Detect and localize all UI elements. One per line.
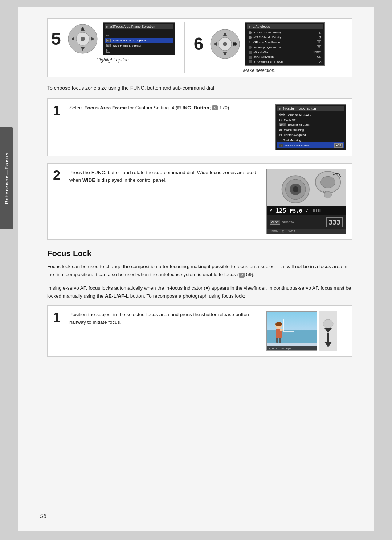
focus-lock-section: Focus Lock Focus lock can be used to cha… (47, 249, 352, 357)
bracketing-burst: BKT Bracketing Burst (277, 122, 344, 127)
viewfinder-container: •⊡ 125 s5.6° — 100▷251 (266, 311, 346, 351)
mode-indicator: P (270, 208, 272, 213)
step1-menu-title: ▶ f4Assign FUNC Button (277, 106, 344, 111)
group-dynamic: a4Group Dynamic AF ⊡ (247, 45, 323, 50)
figure-6-dpad (209, 28, 241, 60)
step-1-text: Select Focus Area Frame for Custom Setti… (69, 104, 270, 112)
lock-on: a5Lock-On NORM (247, 50, 323, 55)
figure-5-number: 5 (51, 30, 61, 48)
viewfinder-left: •⊡ 125 s5.6° — 100▷251 (266, 311, 317, 351)
vf-status-text: •⊡ 125 s5.6° — 100▷251 (269, 347, 294, 350)
center-weighted: ⊡ Center-Weighted (277, 132, 344, 137)
flash-off: ⊙ Flash Off (277, 117, 344, 122)
sidebar-label: Reference—Focus (4, 152, 9, 204)
spot-metering: □ Spot Metering (277, 137, 344, 142)
meter-bars: ▐▐▐▐▐ (312, 209, 320, 212)
norm-label: NORM (270, 230, 278, 233)
figure-6-menu: ▶ a Autofocus a1AF-C Mode Priority ◎ a2A… (245, 22, 325, 66)
menu-title-6: ▶ a Autofocus (247, 24, 323, 29)
menu-item-pencil: ✏ (105, 33, 173, 38)
step-1-menu: ▶ f4Assign FUNC Button ⚙⚙ Same as AE-L/A… (275, 104, 346, 150)
focus-lock-paragraph2: In single-servo AF, focus locks automati… (47, 284, 352, 301)
svg-point-32 (323, 319, 333, 328)
page-content: 5 (18, 7, 374, 531)
viewfinder-images: •⊡ 125 s5.6° — 100▷251 (266, 311, 346, 351)
aperture: F5.6 (290, 208, 302, 214)
shutter-speed: 125 (276, 207, 286, 214)
menu-item-wide-frame: ⊡ Wide Frame (7 Areas) (105, 43, 173, 48)
matrix-metering: ⊠ Matrix Metering (277, 127, 344, 132)
figure-5: 5 (51, 22, 175, 73)
focus-lock-title: Focus Lock (47, 249, 352, 258)
camera-mode-bar: NORM ⊡ WB A (267, 229, 346, 234)
step-1-content: Select Focus Area Frame for Custom Setti… (69, 104, 270, 150)
viewfinder-status-bar: •⊡ 125 s5.6° — 100▷251 (267, 346, 317, 350)
step-1-number: 1 (53, 104, 64, 150)
top-figures-container: 5 (47, 18, 352, 77)
step-1-box: 1 Select Focus Area Frame for Custom Set… (47, 98, 352, 156)
camera-top: Off On (267, 169, 346, 206)
svg-rect-30 (279, 338, 281, 343)
af-activation: a6AF Activation ON (247, 55, 323, 59)
menu-item-normal-frame: ⊡ Normal Frame (11 A ▶ OK (105, 38, 173, 43)
focus-lock-step1-number: 1 (53, 311, 64, 351)
svg-point-28 (280, 329, 283, 331)
af-c-priority: a1AF-C Mode Priority ◎ (247, 30, 323, 35)
note-symbol: ♪ (306, 208, 308, 213)
step-2-number: 2 (53, 169, 64, 234)
camera-display: Off On P 125 F5.6 ♪ ▐▐▐▐▐ WIDE SHOOT (266, 169, 346, 234)
camera-status-bar: P 125 F5.6 ♪ ▐▐▐▐▐ (267, 206, 346, 215)
focus-area-frame-active: ⊡ Focus Area Frame ▶OK (277, 142, 344, 148)
ref-icon-59: ⚙ (239, 273, 245, 278)
figure-6-number: 6 (194, 35, 204, 53)
step-2-box: 2 Press the FUNC. button and rotate the … (47, 163, 352, 240)
figure-5-menu: ▶ a3Focus Area Frame Selection ✏ ⊡ Norma… (103, 22, 175, 55)
camera-bottom-panel: WIDE SHOOTA 333 (267, 215, 346, 229)
step-2-display: Off On P 125 F5.6 ♪ ▐▐▐▐▐ WIDE SHOOT (266, 169, 346, 234)
viewfinder-right (319, 311, 337, 351)
lcd-number: 333 (326, 217, 343, 227)
shoot-label: SHOOTA (282, 221, 294, 224)
svg-point-20 (293, 186, 298, 192)
svg-point-26 (275, 322, 282, 326)
svg-point-24 (324, 191, 332, 198)
sidebar-reference-focus: Reference—Focus (0, 127, 13, 229)
svg-point-10 (223, 42, 227, 46)
af-area-illumination: a7AF Area Illumination A (247, 59, 323, 64)
menu-item-blank1 (105, 30, 173, 33)
svg-point-15 (233, 42, 237, 46)
svg-point-2 (81, 37, 85, 41)
intro-text: To choose focus zone size using the FUNC… (47, 84, 352, 92)
same-as-ael: ⚙⚙ Same as AE-L/AF-L (277, 112, 344, 117)
step-2-text: Press the FUNC. button and rotate the su… (69, 169, 261, 184)
focus-lock-step1-box: 1 Position the subject in the selected f… (47, 305, 352, 357)
svg-point-7 (81, 27, 84, 30)
svg-point-22 (321, 176, 335, 188)
svg-rect-29 (276, 338, 278, 343)
focus-area-frame: ✏ a3Focus Area Frame ⊡ (247, 40, 323, 45)
figure-divider (184, 22, 185, 73)
figure-6: 6 (194, 22, 325, 73)
page-number: 56 (40, 513, 46, 520)
focus-lock-paragraph1: Focus lock can be used to change the com… (47, 263, 352, 279)
menu-title-5: ▶ a3Focus Area Frame Selection (105, 24, 173, 29)
figure-5-caption: Highlight option. (51, 57, 175, 63)
figure-5-dpad (66, 23, 99, 55)
af-s-priority: a2AF-S Mode Priority ⊞ (247, 35, 323, 40)
focus-lock-step1-text: Position the subject in the selected foc… (69, 311, 261, 351)
menu-item-qmark: ? (105, 48, 173, 53)
wide-label: WIDE (270, 220, 280, 225)
figure-6-caption: Make selection. (194, 68, 325, 73)
step-2-content: Press the FUNC. button and rotate the su… (69, 169, 261, 234)
